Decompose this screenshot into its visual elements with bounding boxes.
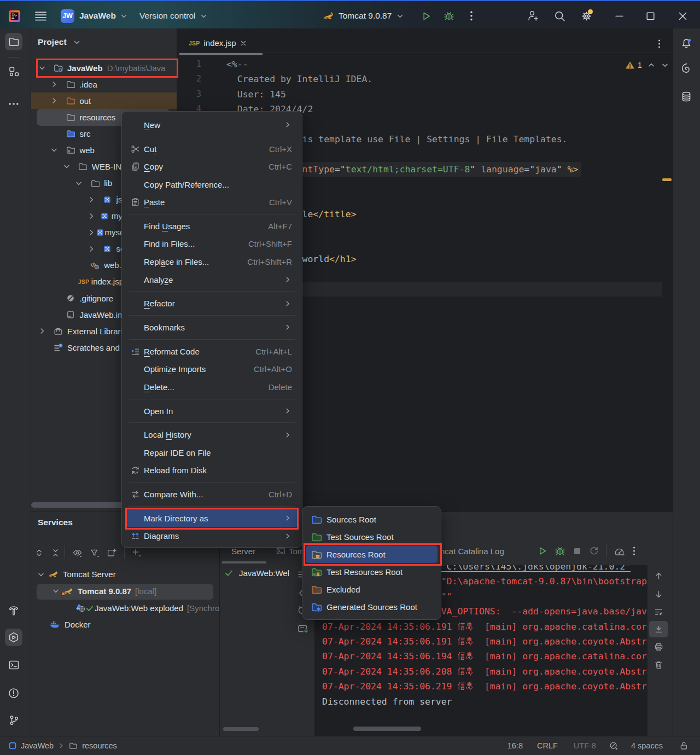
stop-server-button[interactable] [573,547,582,556]
scroll-to-end-button[interactable] [649,621,668,637]
more-tool-windows-button[interactable] [5,95,22,113]
tree-collapsed-chevron[interactable] [87,228,96,237]
soft-wrap-button[interactable] [649,603,668,620]
menu-item-refactor[interactable]: Refactor [125,294,299,312]
tree-collapsed-chevron[interactable] [87,245,96,253]
breadcrumb-project[interactable]: JavaWeb [21,741,54,750]
settings-button[interactable] [580,2,593,30]
collapse-all-button[interactable] [48,545,62,560]
project-tree-item-out[interactable]: out [31,92,177,109]
menu-item-optimize-imports[interactable]: Optimize ImportsCtrl+Alt+O [125,361,299,379]
menu-item-open-in[interactable]: Open In [125,402,299,420]
database-button[interactable] [678,88,695,106]
deployment-horizontal-scrollbar[interactable] [223,727,259,731]
highlighting-level-icon[interactable] [609,741,619,751]
tree-expanded-chevron[interactable] [74,179,83,188]
notifications-button[interactable] [678,35,695,53]
run-configuration-widget[interactable]: Tomcat 9.0.87 [323,2,404,30]
tree-expanded-chevron[interactable] [62,162,71,171]
submenu-item-resources-root[interactable]: Resources Root [306,545,438,563]
submenu-item-excluded[interactable]: Excluded [306,580,438,598]
encoding-widget[interactable]: UTF-8 [574,741,596,750]
submenu-item-generated-sources-root[interactable]: Generated Sources Root [306,598,438,615]
service-row-tomcat-9.0.87[interactable]: Tomcat 9.0.87 [local] [31,583,219,600]
menu-item-find-usages[interactable]: Find UsagesAlt+F7 [125,217,299,235]
breadcrumb-folder[interactable]: resources [82,741,117,750]
intellij-logo-icon[interactable] [9,2,20,30]
services-tool-button[interactable] [5,629,22,646]
menu-item-replace-in-files[interactable]: Replace in Files...Ctrl+Shift+R [125,253,299,271]
show-deployed-icon[interactable] [298,624,310,635]
view-options-button[interactable] [70,545,84,560]
close-tab-icon[interactable] [240,40,247,47]
project-tool-button[interactable] [5,33,22,50]
run-server-button[interactable] [538,546,547,556]
tree-collapsed-chevron[interactable] [50,96,59,105]
menu-item-reload-from-disk[interactable]: Reload from Disk [125,462,299,480]
tree-collapsed-chevron[interactable] [87,212,96,220]
menu-item-diagrams[interactable]: Diagrams [125,527,299,545]
more-actions-button[interactable] [470,2,473,30]
menu-item-bookmarks[interactable]: Bookmarks [125,318,299,336]
menu-item-paste[interactable]: PasteCtrl+V [125,193,299,211]
expand-all-button[interactable] [32,545,46,560]
submenu-item-sources-root[interactable]: Sources Root [306,510,438,528]
menu-item-local-history[interactable]: Local History [125,426,299,444]
submenu-item-test-resources-root[interactable]: Test Resources Root [306,563,438,580]
menu-item-compare-with[interactable]: Compare With...Ctrl+D [125,485,299,503]
search-everywhere-button[interactable] [554,2,565,30]
submenu-item-test-sources-root[interactable]: Test Sources Root [306,528,438,545]
menu-item-repair-ide-on-file[interactable]: Repair IDE on File [125,444,299,462]
ai-assistant-button[interactable] [678,60,695,78]
service-row-javaweb-web-exploded[interactable]: JavaWeb:Web exploded [Synchronized] [31,600,219,617]
menu-item-new[interactable]: New [125,116,299,134]
vcs-widget[interactable]: Version control [139,2,208,30]
tree-collapsed-chevron[interactable] [50,80,59,89]
tree-expanded-chevron[interactable] [38,63,46,72]
tree-expanded-chevron[interactable] [37,570,45,579]
menu-item-mark-directory-as[interactable]: Mark Directory as [125,509,299,527]
service-row-tomcat-server[interactable]: Tomcat Server [31,566,219,583]
menu-item-copy[interactable]: CopyCtrl+C [125,158,299,176]
main-menu-button[interactable] [35,2,46,30]
build-tool-button[interactable] [5,602,22,619]
previous-problem-icon[interactable] [647,61,656,69]
tree-collapsed-chevron[interactable] [38,327,46,335]
menu-item-reformat-code[interactable]: Reformat CodeCtrl+Alt+L [125,342,299,361]
structure-tool-button[interactable] [5,62,22,80]
minimize-button[interactable] [615,2,624,30]
service-row-docker[interactable]: Docker [31,616,219,633]
project-tree-item-.idea[interactable]: .idea [31,76,177,92]
project-widget[interactable]: JW JavaWeb [61,2,128,30]
maximize-button[interactable] [646,2,655,30]
debug-button[interactable] [444,2,454,30]
console-more-actions-button[interactable] [633,547,635,555]
clear-console-button[interactable] [649,657,668,673]
indent-widget[interactable]: 4 spaces [631,741,663,750]
tree-expanded-chevron[interactable] [51,586,60,595]
debug-server-button[interactable] [555,545,565,556]
scroll-down-button[interactable] [649,586,668,602]
profiler-gauge-button[interactable] [614,546,626,556]
version-control-tool-button[interactable] [5,711,22,729]
caret-position-widget[interactable]: 16:8 [508,741,523,750]
line-separator-widget[interactable]: CRLF [537,741,558,750]
tree-expanded-chevron[interactable] [50,146,59,154]
console-horizontal-scrollbar[interactable] [353,727,421,731]
unlock-icon[interactable] [680,741,688,750]
project-panel-header[interactable]: Project [31,28,177,56]
menu-item-cut[interactable]: CutCtrl+X [125,140,299,158]
menu-item-analyze[interactable]: Analyze [125,271,299,289]
next-problem-icon[interactable] [661,61,669,69]
filter-button[interactable] [88,545,102,560]
menu-item-delete[interactable]: Delete...Delete [125,378,299,396]
menu-item-copy-path-reference[interactable]: Copy Path/Reference... [125,176,299,194]
project-tree-item-JavaWeb[interactable]: JavaWeb D:\mybatis\Java [31,60,177,76]
refresh-deployment-button[interactable] [589,546,599,556]
open-in-new-tab-button[interactable] [104,545,119,560]
terminal-tool-button[interactable] [5,656,22,673]
menu-item-find-in-files[interactable]: Find in Files...Ctrl+Shift+F [125,235,299,253]
scroll-up-button[interactable] [649,567,668,584]
editor-tab-index-jsp[interactable]: JSP index.jsp [179,31,254,55]
close-button[interactable] [678,2,687,30]
